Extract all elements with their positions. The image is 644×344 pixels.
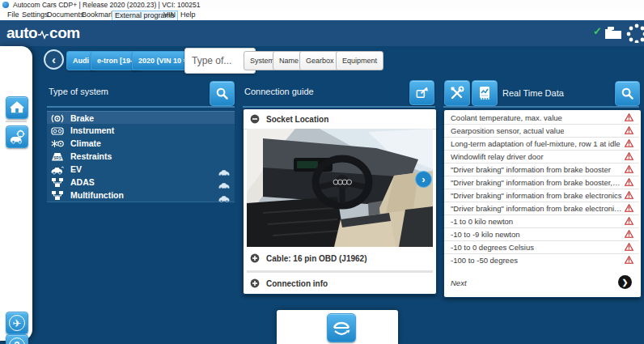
warning-icon: [625, 165, 633, 173]
system-item-ev[interactable]: EV: [47, 163, 235, 176]
realtime-row[interactable]: -10 to -9 kilo newton: [444, 228, 639, 241]
warning-icon: [625, 126, 633, 134]
realtime-row[interactable]: Long-term adaptation of fuel-mixture, ro…: [444, 138, 639, 151]
connection-info-section[interactable]: Connection info: [244, 274, 434, 293]
report-icon: [478, 86, 491, 100]
filter-gearbox-button[interactable]: Gearbox: [299, 51, 341, 70]
warning-icon: [625, 113, 633, 121]
warning-icon: [625, 139, 633, 147]
system-item-adas[interactable]: ADAS: [47, 176, 235, 189]
home-icon: [10, 101, 24, 114]
warning-icon: [625, 152, 633, 160]
warning-icon: [625, 243, 633, 251]
expand-icon: [250, 278, 260, 288]
system-item-restraints[interactable]: SRS Restraints: [47, 150, 235, 164]
system-panel-title: Type of system: [49, 87, 108, 96]
collapse-icon: [250, 114, 260, 124]
warning-icon: [625, 217, 633, 225]
sidebar: ✈ ? ✕: [0, 46, 32, 341]
home-button[interactable]: [6, 96, 28, 119]
external-link-icon: [415, 86, 429, 100]
socket-location-section[interactable]: Socket Location: [244, 109, 436, 130]
brand-header: auto com ✓: [0, 20, 644, 46]
adas-icon: [49, 177, 66, 188]
climate-icon: [49, 138, 66, 149]
warning-icon: [625, 178, 633, 186]
realtime-row[interactable]: Windowlift relay driver door: [444, 151, 639, 164]
check-icon: ✓: [593, 25, 602, 37]
svg-text:SRS: SRS: [53, 155, 61, 159]
photo-next-button[interactable]: ›: [415, 171, 432, 188]
realtime-row[interactable]: Gearposition sensor, actual value: [444, 125, 639, 138]
next-page-button[interactable]: ❯: [618, 275, 632, 289]
warning-icon: [625, 256, 633, 264]
realtime-panel-underline: [443, 106, 639, 108]
bottom-bar: [277, 310, 398, 344]
connection-panel-title: Connection guide: [244, 87, 314, 96]
flight-mode-button[interactable]: ✈: [6, 312, 28, 334]
help-button[interactable]: ?: [6, 334, 28, 344]
filter-equipment-button[interactable]: Equipment: [336, 51, 383, 70]
realtime-row[interactable]: -100 to -50 degrees: [444, 254, 639, 266]
realtime-search-button[interactable]: [615, 81, 640, 106]
menu-bar: File Settings Documents Bookmarks Extern…: [0, 10, 644, 21]
warning-icon: [625, 204, 633, 212]
cable-section[interactable]: Cable: 16 pin OBD (J1962): [244, 247, 434, 270]
sidebar-divider: [6, 121, 27, 122]
app-window: Autocom Cars CDP+ | Release 2020 (2020.2…: [0, 0, 644, 344]
open-external-button[interactable]: [409, 80, 434, 105]
realtime-row[interactable]: "Driver braking" information from brake …: [444, 164, 639, 176]
realtime-row[interactable]: Coolant temperature, max. value: [444, 112, 639, 125]
system-item-multifunction[interactable]: Multifunction: [47, 189, 235, 202]
section-divider: [247, 270, 433, 273]
system-item-climate[interactable]: Climate: [47, 137, 235, 151]
airplane-icon: ✈: [9, 315, 25, 331]
menu-vin[interactable]: VIN: [161, 10, 178, 20]
connection-panel-underline: [243, 106, 435, 108]
adjustments-button[interactable]: [444, 80, 470, 106]
tools-icon: [450, 86, 464, 100]
menu-help[interactable]: Help: [178, 10, 198, 20]
socket-location-photo: ›: [247, 129, 433, 247]
search-icon: [215, 87, 229, 100]
next-label: Next: [451, 278, 467, 287]
car-equipped-icon: [218, 191, 230, 206]
brake-icon: [49, 113, 66, 124]
car-refresh-icon: [332, 319, 351, 337]
back-icon: ‹: [52, 53, 56, 66]
realtime-row[interactable]: "Driver braking" information from brake …: [444, 176, 639, 189]
realtime-row[interactable]: "Driver braking" information from brake …: [444, 202, 639, 215]
chevron-right-icon: ❯: [622, 278, 629, 287]
realtime-row[interactable]: -1 to 0 kilo newton: [444, 215, 639, 228]
back-button[interactable]: ‹: [44, 49, 64, 70]
chevron-right-icon: ›: [422, 173, 425, 185]
system-item-instrument[interactable]: Instrument: [47, 124, 235, 138]
report-button[interactable]: [472, 80, 498, 106]
question-icon: ?: [9, 338, 25, 344]
vehicle-settings-button[interactable]: [6, 125, 28, 148]
app-icon: [2, 2, 9, 8]
warning-icon: [625, 230, 633, 238]
multifunction-icon: [49, 190, 66, 201]
realtime-row[interactable]: "Driver braking" information from brake …: [444, 189, 639, 202]
pulse-icon: [38, 30, 49, 40]
ev-icon: [49, 164, 66, 175]
spinner-gear-icon: [626, 23, 644, 43]
folder-icon[interactable]: [604, 26, 622, 40]
title-bar: Autocom Cars CDP+ | Release 2020 (2020.2…: [0, 0, 644, 10]
window-title: Autocom Cars CDP+ | Release 2020 (2020.2…: [13, 0, 200, 10]
car-gear-icon: [9, 130, 25, 144]
warning-icon: [625, 191, 633, 199]
search-icon: [621, 87, 634, 100]
system-search-button[interactable]: [210, 81, 235, 106]
connect-vehicle-button[interactable]: [327, 313, 356, 342]
instrument-icon: [49, 125, 66, 136]
srs-icon: SRS: [49, 151, 66, 162]
expand-icon: [250, 253, 260, 263]
realtime-panel-title: Real Time Data: [502, 88, 564, 98]
autocom-logo: auto com: [6, 24, 80, 42]
system-panel-underline: [47, 106, 235, 108]
realtime-row[interactable]: -10 to 0 degrees Celsius: [444, 241, 639, 254]
connection-card: Socket Location: [243, 108, 437, 295]
